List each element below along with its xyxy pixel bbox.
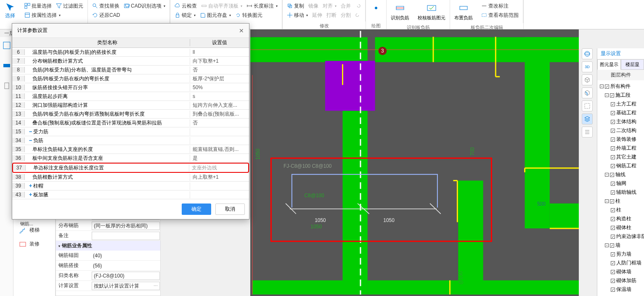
check-dim-button[interactable]: 查改标注 xyxy=(481,3,509,10)
tree-checkbox[interactable]: ✓ xyxy=(611,252,615,256)
cube-tl-icon[interactable] xyxy=(582,74,593,85)
orbit-icon[interactable] xyxy=(582,48,593,59)
prop-remark-input[interactable] xyxy=(92,232,160,240)
tree-checkbox[interactable]: ✓ xyxy=(610,173,614,177)
ok-button[interactable]: 确定 xyxy=(182,204,211,215)
tree-item[interactable]: ✓砌体加筋 xyxy=(597,276,644,285)
grid-row[interactable]: 15−受力筋 xyxy=(12,127,249,136)
tab-floor-display[interactable]: 楼层显 xyxy=(621,59,644,70)
tree-checkbox[interactable]: ✓ xyxy=(611,288,615,292)
grid-row[interactable]: 9负筋/跨板受力筋在板内的弯折长度板厚-2*保护层 xyxy=(12,74,249,83)
side-wall-icon[interactable] xyxy=(3,61,11,70)
tree-item[interactable]: -✓施工段 xyxy=(597,91,644,100)
expander-icon[interactable]: + xyxy=(29,183,32,189)
tree-checkbox[interactable]: ✓ xyxy=(611,146,615,151)
tree-expand-icon[interactable]: - xyxy=(605,199,609,203)
grid-row[interactable]: 43+板加腋 xyxy=(12,190,249,199)
arrange-neg-button[interactable]: 布置负筋 xyxy=(450,0,477,23)
prop-catname-input[interactable]: (FJ-C8@100) xyxy=(92,272,160,280)
close-icon[interactable]: ✕ xyxy=(239,27,244,34)
tree-checkbox[interactable]: ✓ xyxy=(611,217,615,221)
tree-item[interactable]: ✓柱 xyxy=(597,206,644,214)
sidebar-decoration[interactable]: 装修 xyxy=(13,237,55,251)
prop-dist-steel-input[interactable]: (同一板厚的分布筋相同) xyxy=(92,222,160,230)
tree-item[interactable]: ✓外墙工程 xyxy=(597,144,644,153)
grid-row[interactable]: 13负筋/跨板受力筋在板内弯折遇预制底板时弯折长度到叠合板(预制底板... xyxy=(12,110,249,119)
tree-checkbox[interactable]: ✓ xyxy=(611,235,615,239)
grid-row[interactable]: 36板中间支座负筋标注是否含支座是 xyxy=(12,154,249,163)
list-icon[interactable] xyxy=(582,127,593,137)
tree-expand-icon[interactable]: - xyxy=(605,243,609,247)
tree-item[interactable]: ✓保温墙 xyxy=(597,285,644,294)
tree-item[interactable]: ✓土方工程 xyxy=(597,100,644,108)
undo-icon[interactable] xyxy=(355,3,361,9)
grid-row[interactable]: 6温度筋与负筋(跨板受力筋)的搭接长度ll xyxy=(12,48,249,57)
tree-item[interactable]: ✓主体结构 xyxy=(597,117,644,126)
tree-item[interactable]: ✓基础工程 xyxy=(597,108,644,117)
grid-row[interactable]: 38负筋根数计算方式向上取整+1 xyxy=(12,173,249,182)
drawing-canvas[interactable]: 3 FJ-C8@100 C8@100 C8@100 1050 1050 1050… xyxy=(250,29,579,296)
find-replace-button[interactable]: 查找替换 xyxy=(92,3,119,10)
expander-icon[interactable]: − xyxy=(29,129,32,135)
grid-row[interactable]: 10纵筋搭接接头错开百分率50% xyxy=(12,83,249,92)
tree-item[interactable]: ✓轴网 xyxy=(597,179,644,188)
tree-checkbox[interactable]: ✓ xyxy=(611,270,615,274)
tree-checkbox[interactable]: ✓ xyxy=(611,102,615,106)
cancel-button[interactable]: 取消 xyxy=(215,204,245,215)
grid-row[interactable]: 39+柱帽 xyxy=(12,182,249,190)
tree-checkbox[interactable]: ✓ xyxy=(611,190,615,195)
prop-calcset-input[interactable]: 按默认计算设置计算⋯ xyxy=(92,282,160,290)
tree-checkbox[interactable]: ✓ xyxy=(611,208,615,212)
grid-row[interactable]: 8负筋(跨板受力筋)分布筋、温度筋是否带弯勾否 xyxy=(12,66,249,74)
tree-checkbox[interactable]: ✓ xyxy=(611,137,615,142)
tree-checkbox[interactable]: ✓ xyxy=(611,155,615,159)
by-attr-select-button[interactable]: 按属性选择▾ xyxy=(24,12,61,19)
tree-item[interactable]: -✓柱 xyxy=(597,197,644,206)
tree-item[interactable]: ✓构造柱 xyxy=(597,214,644,223)
tree-checkbox[interactable]: ✓ xyxy=(611,182,615,186)
prop-steel-section[interactable]: ▾钢筋业务属性 xyxy=(56,241,160,251)
tree-expand-icon[interactable]: - xyxy=(600,85,604,88)
3d-button[interactable]: 3D xyxy=(582,61,593,72)
expander-icon[interactable]: + xyxy=(29,192,32,198)
tree-item[interactable]: ✓砌体墙 xyxy=(597,267,644,276)
tree-checkbox[interactable]: ✓ xyxy=(611,129,615,133)
copy-button[interactable]: 复制 xyxy=(287,3,304,10)
tree-item[interactable]: ✓钢筋工程 xyxy=(597,161,644,170)
batch-select-button[interactable]: 批量选择 xyxy=(24,3,52,10)
component-save-button[interactable]: 图元存盘▾ xyxy=(200,12,231,19)
check-slab-button[interactable]: 校核板筋图元 xyxy=(413,0,450,23)
expander-icon[interactable]: − xyxy=(29,137,32,143)
recognize-neg-button[interactable]: 识别负筋 xyxy=(387,0,413,23)
drawing-point-button[interactable] xyxy=(366,0,386,21)
tree-checkbox[interactable]: ✓ xyxy=(611,226,615,230)
layer-tree[interactable]: -✓所有构件-✓施工段✓土方工程✓基础工程✓主体结构✓二次结构✓装饰装修✓外墙工… xyxy=(597,80,644,296)
tree-item[interactable]: -✓所有构件 xyxy=(597,82,644,91)
tree-expand-icon[interactable]: - xyxy=(605,93,609,97)
tree-item[interactable]: ✓剪力墙 xyxy=(597,250,644,259)
tab-component-display[interactable]: 图元显示 xyxy=(597,59,621,70)
tree-checkbox[interactable]: ✓ xyxy=(610,243,614,248)
grid-row[interactable]: 14叠合板(预制底板)或板缝位置是否计算现浇板马凳筋和拉筋否 xyxy=(12,119,249,127)
grid-row[interactable]: 7分布钢筋根数计算方式向下取整+1 xyxy=(12,57,249,66)
tree-checkbox[interactable]: ✓ xyxy=(611,279,615,283)
grid-row[interactable]: 34−负筋 xyxy=(12,136,249,145)
tree-checkbox[interactable]: ✓ xyxy=(611,261,615,265)
grid-row[interactable]: 12洞口加强筋端部构造计算短跨方向伸入支座... xyxy=(12,101,249,110)
tree-item[interactable]: ✓约束边缘非阴... xyxy=(597,232,644,241)
layers-icon[interactable] xyxy=(582,114,593,124)
restore-cad-button[interactable]: 还原CAD xyxy=(92,12,120,19)
tree-item[interactable]: ✓辅助轴线 xyxy=(597,188,644,197)
fit-icon[interactable] xyxy=(582,100,593,111)
tree-checkbox[interactable]: ✓ xyxy=(611,111,615,115)
move-button[interactable]: 移动▾ xyxy=(287,12,308,19)
sidebar-stairs[interactable]: 楼梯 xyxy=(13,223,55,237)
redo-icon[interactable] xyxy=(355,12,361,18)
rotate-component-button[interactable]: 转换图元 xyxy=(235,12,262,19)
tree-checkbox[interactable]: ✓ xyxy=(610,93,614,98)
tree-checkbox[interactable]: ✓ xyxy=(610,199,614,204)
tree-item[interactable]: ✓二次结构 xyxy=(597,126,644,135)
mirror-button[interactable]: 镜像 xyxy=(308,3,318,10)
tree-item[interactable]: -✓轴线 xyxy=(597,170,644,179)
cloud-check-button[interactable]: 云检查 xyxy=(175,3,197,10)
